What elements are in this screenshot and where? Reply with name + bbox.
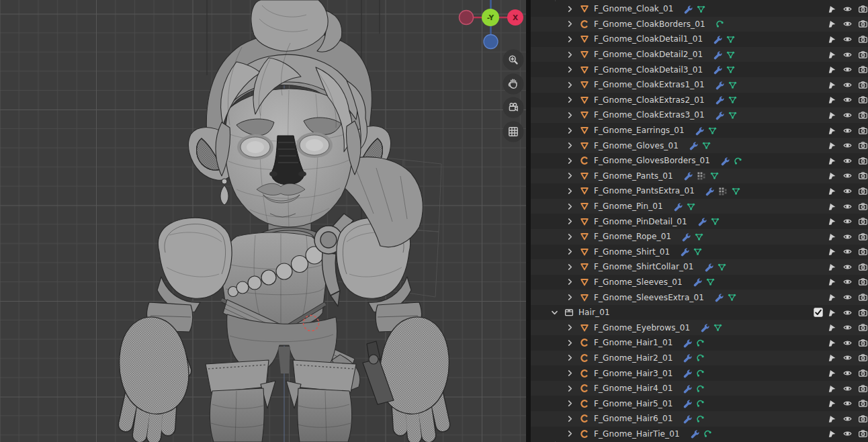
expand-chevron-icon[interactable] [564, 79, 575, 90]
selectable-pointer-toggle[interactable] [824, 322, 840, 333]
panel-separator[interactable] [526, 0, 531, 442]
outliner-row[interactable]: F_Gnome_CloakDetail2_01 [531, 47, 868, 62]
hide-in-viewport-eye-icon[interactable] [842, 308, 853, 318]
hide-in-viewport-eye-toggle[interactable] [840, 368, 855, 378]
outliner-row[interactable]: F_Gnome_PinDetail_01 [531, 214, 868, 229]
hide-in-viewport-eye-toggle[interactable] [840, 80, 855, 90]
hide-in-viewport-eye-icon[interactable] [842, 19, 853, 29]
selectable-pointer-toggle[interactable] [824, 414, 840, 424]
zoom-button[interactable] [503, 50, 524, 71]
hide-in-viewport-eye-toggle[interactable] [840, 110, 855, 120]
selectable-pointer-icon[interactable] [827, 202, 837, 212]
outliner-row[interactable]: F_Gnome_CloakExtras2_01 [531, 93, 868, 108]
hide-in-viewport-eye-toggle[interactable] [840, 171, 855, 181]
hide-in-viewport-eye-toggle[interactable] [840, 186, 855, 196]
selectable-pointer-toggle[interactable] [824, 156, 840, 166]
selectable-pointer-icon[interactable] [827, 80, 837, 90]
object-name[interactable]: F_Gnome_Pants_01 [594, 171, 673, 181]
selectable-pointer-toggle[interactable] [824, 34, 840, 44]
hide-in-viewport-eye-icon[interactable] [842, 262, 853, 272]
selectable-pointer-toggle[interactable] [824, 19, 840, 29]
disable-in-render-camera-icon[interactable] [858, 50, 868, 60]
selectable-pointer-icon[interactable] [827, 384, 837, 394]
hide-in-viewport-eye-toggle[interactable] [840, 414, 855, 424]
disable-in-render-camera-toggle[interactable] [855, 50, 868, 60]
hide-in-viewport-eye-icon[interactable] [842, 171, 853, 181]
object-name[interactable]: F_Gnome_CloakExtras3_01 [594, 110, 705, 120]
disable-in-render-camera-icon[interactable] [858, 186, 868, 196]
expand-chevron-icon[interactable] [564, 277, 575, 288]
disable-in-render-camera-toggle[interactable] [855, 34, 868, 44]
chevron-right-icon[interactable] [565, 368, 575, 378]
disable-in-render-camera-toggle[interactable] [855, 262, 868, 272]
selectable-pointer-toggle[interactable] [824, 368, 840, 378]
disable-in-render-camera-icon[interactable] [858, 338, 868, 348]
disable-in-render-camera-toggle[interactable] [855, 353, 868, 363]
object-name[interactable]: F_Gnome_Rope_01 [594, 232, 671, 241]
chevron-right-icon[interactable] [565, 292, 575, 302]
expand-chevron-icon[interactable] [564, 261, 575, 272]
selectable-pointer-toggle[interactable] [824, 398, 840, 408]
chevron-right-icon[interactable] [565, 186, 575, 196]
expand-chevron-icon[interactable] [564, 398, 575, 409]
selectable-pointer-icon[interactable] [827, 353, 837, 363]
outliner-row[interactable]: F_Gnome_Rope_01 [531, 229, 868, 245]
outliner-row[interactable]: F_Gnome_PantsExtra_01 [531, 183, 868, 199]
hide-in-viewport-eye-icon[interactable] [842, 232, 853, 242]
disable-in-render-camera-toggle[interactable] [855, 429, 868, 439]
disable-in-render-camera-icon[interactable] [858, 277, 868, 287]
hide-in-viewport-eye-toggle[interactable] [840, 292, 855, 302]
disable-in-render-camera-toggle[interactable] [855, 277, 868, 287]
hide-in-viewport-eye-toggle[interactable] [840, 338, 855, 348]
disable-in-render-camera-toggle[interactable] [855, 4, 868, 14]
hide-in-viewport-eye-toggle[interactable] [840, 232, 855, 242]
object-name[interactable]: F_Gnome_Cloak_01 [594, 4, 673, 13]
selectable-pointer-icon[interactable] [827, 277, 837, 287]
chevron-right-icon[interactable] [565, 171, 575, 181]
disable-in-render-camera-icon[interactable] [858, 34, 868, 44]
disable-in-render-camera-icon[interactable] [858, 171, 868, 181]
expand-chevron-icon[interactable] [564, 247, 575, 257]
outliner-row[interactable]: F_Gnome_ShirtCollar_01 [531, 259, 868, 275]
selectable-pointer-icon[interactable] [827, 429, 837, 439]
object-name[interactable]: F_Gnome_CloakExtras2_01 [594, 95, 705, 105]
outliner-row[interactable]: F_Gnome_CloakExtras1_01 [531, 77, 868, 93]
hide-in-viewport-eye-toggle[interactable] [840, 353, 855, 363]
expand-chevron-icon[interactable] [564, 34, 575, 44]
chevron-right-icon[interactable] [565, 247, 575, 257]
selectable-pointer-toggle[interactable] [824, 292, 840, 302]
selectable-pointer-icon[interactable] [827, 19, 837, 29]
selectable-pointer-toggle[interactable] [824, 338, 840, 348]
hide-in-viewport-eye-icon[interactable] [842, 414, 853, 424]
expand-chevron-icon[interactable] [564, 3, 575, 14]
disable-in-render-camera-toggle[interactable] [855, 140, 868, 150]
expand-chevron-icon[interactable] [564, 231, 575, 242]
object-name[interactable]: F_Gnome_Hair4_01 [594, 384, 672, 393]
disable-in-render-camera-icon[interactable] [858, 4, 868, 14]
selectable-pointer-toggle[interactable] [824, 50, 840, 60]
outliner-row[interactable]: F_Gnome_Hair1_01 [531, 335, 868, 351]
object-name[interactable]: F_Gnome_ShirtCollar_01 [594, 262, 694, 271]
outliner-row[interactable]: F_Gnome_CloakDetail1_01 [531, 32, 868, 47]
outliner-row[interactable]: F_Gnome_Pin_01 [531, 199, 868, 214]
chevron-right-icon[interactable] [565, 64, 575, 75]
chevron-right-icon[interactable] [565, 398, 575, 408]
expand-chevron-icon[interactable] [564, 49, 575, 60]
disable-in-render-camera-toggle[interactable] [855, 126, 868, 136]
checkbox-checked-icon[interactable] [813, 307, 824, 318]
object-name[interactable]: F_Gnome_CloakExtras1_01 [594, 80, 705, 89]
hide-in-viewport-eye-toggle[interactable] [840, 429, 855, 439]
hide-in-viewport-eye-toggle[interactable] [840, 4, 855, 14]
selectable-pointer-toggle[interactable] [824, 126, 840, 136]
expand-chevron-icon[interactable] [564, 64, 575, 75]
chevron-right-icon[interactable] [565, 262, 575, 272]
hide-in-viewport-eye-toggle[interactable] [840, 19, 855, 29]
hide-in-viewport-eye-icon[interactable] [842, 95, 853, 105]
hide-in-viewport-eye-toggle[interactable] [840, 95, 855, 105]
hide-in-viewport-eye-toggle[interactable] [840, 262, 855, 272]
hide-in-viewport-eye-toggle[interactable] [840, 384, 855, 394]
gizmo-axis-neg-x[interactable] [460, 11, 474, 25]
hide-in-viewport-eye-icon[interactable] [842, 338, 853, 348]
expand-chevron-icon[interactable] [564, 125, 575, 136]
object-name[interactable]: F_Gnome_PantsExtra_01 [594, 186, 695, 195]
